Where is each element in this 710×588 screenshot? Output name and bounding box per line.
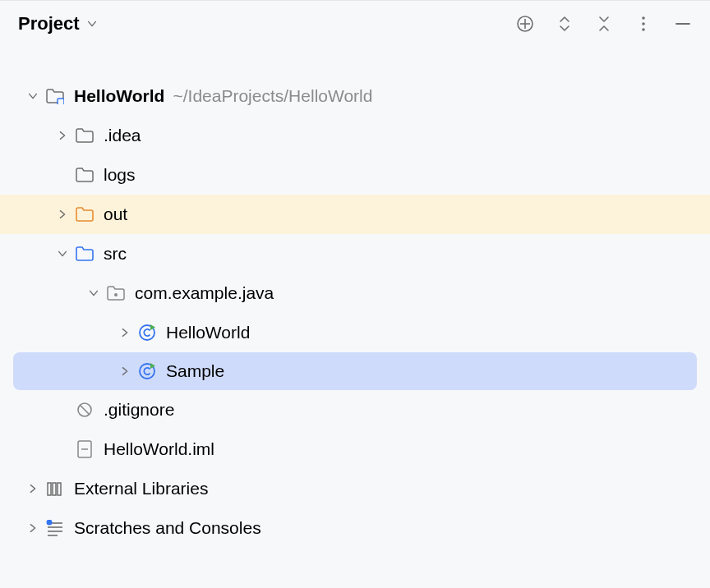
package-icon — [105, 285, 127, 301]
chevron-down-icon — [21, 90, 44, 102]
svg-rect-7 — [58, 99, 64, 104]
node-label: Sample — [166, 361, 224, 381]
svg-rect-15 — [48, 483, 51, 495]
node-label: src — [104, 244, 127, 264]
chevron-down-icon — [86, 18, 98, 30]
svg-point-8 — [114, 293, 118, 296]
tree-node-package[interactable]: com.example.java — [0, 273, 710, 313]
node-label: logs — [104, 165, 136, 185]
svg-rect-16 — [53, 483, 56, 495]
svg-point-3 — [642, 16, 645, 20]
chevron-right-icon — [113, 365, 136, 377]
module-folder-icon — [44, 88, 66, 104]
java-class-runnable-icon — [136, 362, 158, 380]
panel-header: Project — [0, 1, 710, 47]
node-label: HelloWorld — [166, 323, 250, 342]
project-tree: HelloWorld ~/IdeaProjects/HelloWorld .id… — [0, 47, 710, 548]
panel-toolbar — [516, 15, 692, 33]
tree-node-logs[interactable]: logs — [0, 155, 710, 195]
chevron-right-icon — [51, 209, 74, 220]
tree-node-idea[interactable]: .idea — [0, 116, 710, 155]
expand-all-button[interactable] — [556, 15, 574, 33]
tree-node-gitignore[interactable]: .gitignore — [0, 390, 710, 430]
node-label: HelloWorld — [74, 86, 164, 106]
chevron-right-icon — [21, 483, 44, 494]
panel-title-dropdown[interactable]: Project — [18, 13, 98, 34]
node-label: .gitignore — [104, 400, 174, 420]
node-path: ~/IdeaProjects/HelloWorld — [173, 86, 372, 106]
node-label: Scratches and Consoles — [74, 518, 261, 538]
node-label: External Libraries — [74, 479, 208, 498]
node-label: HelloWorld.iml — [104, 439, 214, 459]
tree-node-out[interactable]: out — [0, 195, 710, 234]
collapse-all-button[interactable] — [595, 15, 613, 33]
scratches-icon — [44, 520, 66, 536]
tree-node-external-libraries[interactable]: External Libraries — [0, 469, 710, 508]
svg-point-5 — [642, 28, 645, 31]
ignored-file-icon — [74, 402, 95, 418]
svg-rect-17 — [58, 483, 61, 495]
options-button[interactable] — [634, 15, 652, 33]
node-label: com.example.java — [135, 283, 274, 303]
node-label: .idea — [104, 126, 141, 145]
chevron-right-icon — [51, 130, 74, 141]
file-icon — [74, 440, 95, 458]
excluded-folder-icon — [74, 206, 95, 223]
chevron-right-icon — [113, 327, 136, 338]
svg-point-22 — [47, 520, 53, 526]
tree-node-project-root[interactable]: HelloWorld ~/IdeaProjects/HelloWorld — [0, 76, 710, 116]
tree-node-helloworld-class[interactable]: HelloWorld — [0, 313, 710, 352]
chevron-down-icon — [82, 287, 105, 299]
tree-node-scratches[interactable]: Scratches and Consoles — [0, 508, 710, 548]
tree-node-iml[interactable]: HelloWorld.iml — [0, 430, 710, 469]
source-folder-icon — [74, 246, 95, 262]
library-icon — [44, 480, 66, 497]
chevron-right-icon — [21, 522, 44, 534]
svg-line-12 — [81, 406, 90, 415]
java-class-runnable-icon — [136, 324, 158, 342]
select-opened-file-button[interactable] — [516, 15, 534, 33]
chevron-down-icon — [51, 248, 74, 260]
tree-node-src[interactable]: src — [0, 234, 710, 273]
hide-button[interactable] — [674, 15, 692, 33]
node-label: out — [104, 204, 127, 224]
svg-point-4 — [642, 22, 645, 25]
project-panel: Project — [0, 0, 710, 588]
tree-node-sample-class[interactable]: Sample — [13, 352, 697, 390]
panel-title: Project — [18, 13, 80, 34]
folder-icon — [74, 127, 95, 144]
folder-icon — [74, 167, 95, 183]
